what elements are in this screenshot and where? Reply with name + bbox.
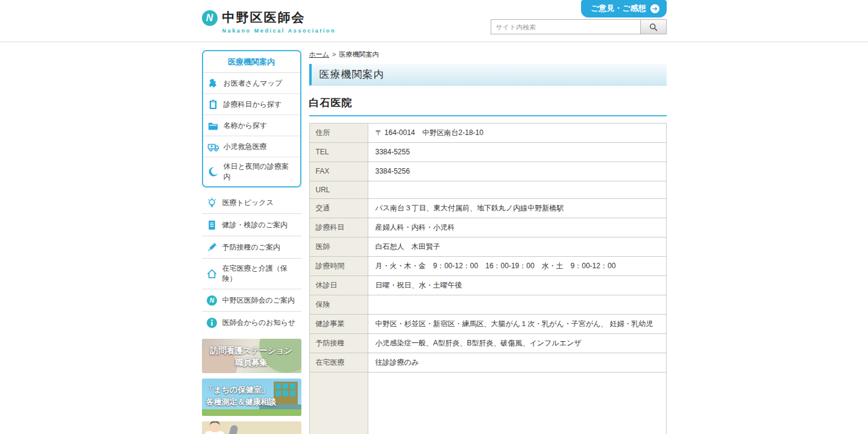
lightbulb-icon [206, 197, 218, 209]
sidebar-item-label: 休日と夜間の診療案内 [224, 162, 296, 182]
sidebar-item-label: 小児救急医療 [224, 142, 267, 152]
row-value [368, 295, 666, 314]
sidebar-item-medical-institutions[interactable]: 医療機関案内 [203, 51, 300, 73]
page: N 中野区医師会 Nakano Medical Association ご意見・… [0, 0, 868, 434]
table-row: 保険 [309, 295, 666, 314]
sidebar-item-label: 在宅医療と介護（保険） [222, 263, 297, 284]
document-icon [206, 219, 218, 231]
row-value: 小児感染症一般、A型肝炎、B型肝炎、破傷風、インフルエンザ [368, 333, 666, 353]
sidebar-item-label: 名称から探す [224, 121, 268, 131]
logo-title: 中野区医師会 [222, 10, 336, 24]
row-label: 住所 [309, 124, 368, 143]
table-row: 交通 バス南台３丁目、東大付属前、地下鉄丸ノ内線中野新橋駅 [309, 198, 666, 218]
row-label: URL [309, 181, 368, 198]
row-label: 診療時間 [309, 256, 368, 275]
table-row: TEL 3384-5255 [309, 143, 666, 162]
row-value: 3384-5256 [368, 162, 666, 181]
row-value [368, 181, 666, 198]
page-title-bar: 医療機関案内 [309, 64, 667, 86]
row-label: 交通 [309, 198, 368, 218]
row-label: 健診事業 [309, 314, 368, 333]
row-value: 月・火・木・金 9：00-12：00 16：00-19：00 水・土 9：00-… [368, 256, 666, 275]
info-icon [206, 316, 218, 329]
sidebar-item-search-by-department[interactable]: 診療科目から探す [203, 93, 300, 115]
row-label: 保険 [309, 295, 368, 314]
site-search [491, 19, 667, 34]
sidebar: 医療機関案内 お医者さんマップ 診療科目から探 [202, 42, 301, 434]
sidebar-item-checkup-guide[interactable]: 健診・検診のご案内 [202, 214, 301, 236]
banner-text-line: 「まちの保健室」 [206, 384, 301, 396]
table-row: FAX 3384-5256 [309, 162, 666, 181]
feedback-button[interactable]: ご意見・ご感想 ➜ [581, 0, 667, 17]
banner-visiting-nurse-recruitment[interactable]: 訪問看護ステーション 職員募集 [202, 339, 301, 373]
row-label: 予防接種 [309, 333, 368, 353]
clipboard-icon [207, 98, 219, 110]
breadcrumb-current: 医療機関案内 [339, 51, 379, 58]
arrow-right-icon: ➜ [650, 4, 659, 13]
sidebar-item-label: 診療科目から探す [224, 99, 282, 110]
table-row: 医師 白石恕人 木田賢子 [309, 237, 666, 256]
sidebar-item-label: 健診・検診のご案内 [222, 220, 288, 230]
row-value: 〒 164-0014 中野区南台2-18-10 [368, 124, 666, 143]
sidebar-item-pediatric-emergency[interactable]: 小児救急医療 [203, 136, 300, 157]
sidebar-item-search-by-name[interactable]: 名称から探す [203, 115, 300, 136]
logo-n-icon: N [202, 10, 218, 26]
breadcrumb: ホーム>医療機関案内 [309, 50, 667, 59]
table-row: 住所 〒 164-0014 中野区南台2-18-10 [309, 124, 666, 143]
sidebar-item-medical-topics[interactable]: 医療トピックス [202, 192, 301, 214]
banner-text-line: 職員募集 [202, 357, 301, 369]
syringe-icon [206, 241, 218, 253]
svg-text:N: N [210, 297, 215, 304]
moon-icon [207, 166, 219, 178]
banner-text-line: 各種測定＆健康相談 [206, 396, 301, 408]
row-label: 休診日 [309, 275, 368, 295]
row-label: FAX [309, 162, 368, 181]
row-label [309, 372, 368, 434]
table-row: 診療科目 産婦人科・内科・小児科 [309, 218, 666, 237]
search-button[interactable] [640, 19, 667, 34]
sidebar-item-association-guide[interactable]: N 中野区医師会のご案内 [202, 289, 301, 312]
row-value: 3384-5255 [368, 143, 666, 162]
row-value: 白石恕人 木田賢子 [368, 237, 666, 256]
sidebar-item-home-care-insurance[interactable]: 在宅医療と介護（保険） [202, 259, 301, 289]
table-row: 在宅医療 往診診療のみ [309, 353, 666, 372]
folder-icon [207, 119, 219, 131]
row-label: 医師 [309, 237, 368, 256]
banner-new-practice-guide[interactable]: 新規開業案内 [202, 421, 301, 434]
table-row: URL [309, 181, 666, 198]
row-value: 産婦人科・内科・小児科 [368, 218, 666, 237]
site-logo[interactable]: N 中野区医師会 Nakano Medical Association [202, 10, 336, 34]
main-content: ホーム>医療機関案内 医療機関案内 白石医院 住所 〒 164-0014 中野区… [309, 42, 667, 434]
clinic-name: 白石医院 [309, 96, 667, 116]
banner-town-health-room[interactable]: 「まちの保健室」 各種測定＆健康相談 [202, 379, 301, 416]
breadcrumb-home-link[interactable]: ホーム [309, 51, 330, 58]
map-icon [207, 77, 219, 89]
search-input[interactable] [491, 19, 640, 34]
house-icon [206, 268, 218, 280]
sidebar-item-holiday-night-care[interactable]: 休日と夜間の診療案内 [203, 157, 300, 186]
logo-subtitle: Nakano Medical Association [222, 28, 336, 34]
sidebar-item-label: 予防接種のご案内 [222, 242, 281, 253]
table-row [309, 372, 666, 434]
row-label: 診療科目 [309, 218, 368, 237]
table-row: 休診日 日曜・祝日、水・土曜午後 [309, 275, 666, 295]
row-value: バス南台３丁目、東大付属前、地下鉄丸ノ内線中野新橋駅 [368, 198, 666, 218]
sidebar-item-label: 医療トピックス [222, 198, 274, 208]
table-row: 健診事業 中野区・杉並区・新宿区・練馬区、大腸がん１次・乳がん・子宮がん、 妊婦… [309, 314, 666, 333]
sidebar-item-doctor-map[interactable]: お医者さんマップ [203, 73, 300, 93]
site-header: N 中野区医師会 Nakano Medical Association ご意見・… [0, 0, 868, 42]
sidebar-item-vaccination-guide[interactable]: 予防接種のご案内 [202, 236, 301, 259]
row-value: 往診診療のみ [368, 353, 666, 372]
search-icon [649, 22, 658, 32]
clinic-detail-table: 住所 〒 164-0014 中野区南台2-18-10 TEL 3384-5255… [309, 123, 667, 434]
row-label: TEL [309, 143, 368, 162]
sidebar-item-association-news[interactable]: 医師会からのお知らせ [202, 312, 301, 333]
breadcrumb-separator: > [332, 51, 336, 58]
logo-circle-icon: N [206, 294, 218, 306]
row-label: 在宅医療 [309, 353, 368, 372]
sidebar-nav-box: 医療機関案内 お医者さんマップ 診療科目から探 [202, 50, 301, 187]
row-value: 中野区・杉並区・新宿区・練馬区、大腸がん１次・乳がん・子宮がん、 妊婦・乳幼児 [368, 314, 666, 333]
table-row: 診療時間 月・火・木・金 9：00-12：00 16：00-19：00 水・土 … [309, 256, 666, 275]
feedback-label: ご意見・ご感想 [591, 3, 646, 14]
sidebar-item-label: 医師会からのお知らせ [222, 318, 296, 328]
